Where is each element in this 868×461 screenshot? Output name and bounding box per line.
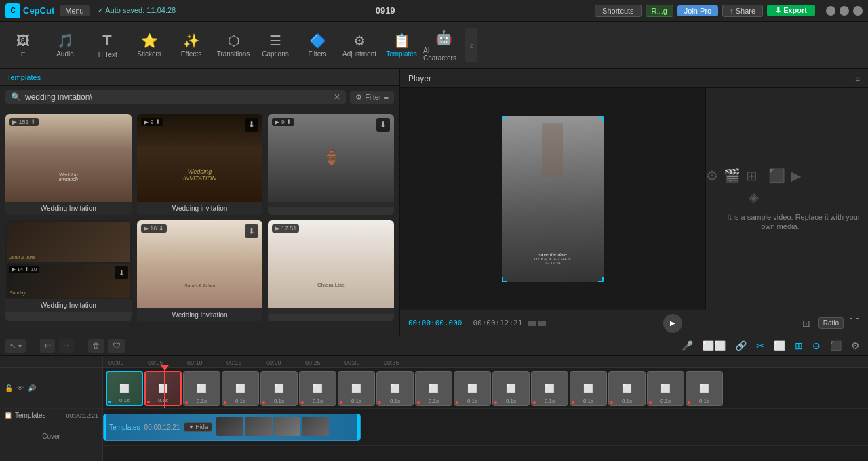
template-hide-button[interactable]: ▼ Hide	[184, 422, 212, 432]
template-download-4[interactable]: ⬇	[115, 266, 128, 279]
clip-16[interactable]: ⬜0.1s	[686, 371, 723, 406]
tool-templates[interactable]: 📋 Templates	[381, 25, 422, 66]
template-track-bar[interactable]: Templates 00:00:12:21 ▼ Hide	[103, 414, 361, 441]
clip-15[interactable]: ⬜0.1s	[647, 371, 684, 406]
tl-shield[interactable]: 🛡	[108, 339, 125, 353]
template-card-5[interactable]: ▶ 16 ⬇ ⬇ Sarah & Adam Wedding Invitation	[137, 220, 263, 321]
tl-mic[interactable]: 🎤	[679, 339, 696, 353]
screenshot-button[interactable]: ⊡	[800, 317, 813, 330]
clip-7[interactable]: ⬜0.1s	[338, 371, 375, 406]
filter-label: Filter	[365, 93, 381, 101]
template-handle-right[interactable]	[357, 414, 360, 440]
search-clear-icon[interactable]: ✕	[334, 92, 340, 102]
tl-minus[interactable]: ⊖	[810, 339, 823, 353]
tl-placeholder[interactable]: ⬛	[827, 339, 844, 353]
share-button[interactable]: ↑ Share	[722, 5, 763, 17]
tool-effects[interactable]: ✨ Effects	[171, 25, 212, 66]
timeline-toolbar: ↖ ▾ ↩ ↪ 🗑 🛡 🎤 ⬜⬜ 🔗 ✂ ⬜ ⊞ ⊖ ⬛ ⚙	[0, 336, 868, 356]
tl-sep-2	[81, 339, 81, 353]
clip-13[interactable]: ⬜0.1s	[570, 371, 607, 406]
clip-9[interactable]: ⬜0.1s	[415, 371, 452, 406]
profile-button[interactable]: R...g	[646, 5, 673, 17]
tool-adjustment[interactable]: ⚙ Adjustment	[339, 25, 380, 66]
ai-characters-icon: 🤖	[435, 29, 452, 45]
tool-import[interactable]: 🖼 rt	[3, 25, 43, 66]
search-input[interactable]	[25, 92, 330, 102]
filter-button[interactable]: ⚙ Filter ≡	[350, 91, 394, 104]
template-track-icon: 📋	[4, 412, 12, 419]
close-button[interactable]	[853, 6, 863, 16]
tl-trim[interactable]: ✂	[753, 339, 767, 353]
track-visibility-btn[interactable]: 👁	[16, 384, 24, 393]
template-download-3[interactable]: ⬇	[376, 118, 390, 132]
tool-filters[interactable]: 🔷 Filters	[297, 25, 338, 66]
tl-copy[interactable]: ⊞	[792, 339, 806, 353]
template-track-label: 📋 Templates 00:00:12:21	[0, 409, 102, 422]
clip-icon-11: ⬜	[506, 384, 516, 393]
toolbar-collapse-button[interactable]: ‹	[465, 28, 477, 62]
clip-11[interactable]: ⬜0.1s	[492, 371, 530, 406]
clip-5[interactable]: ⬜0.1s	[260, 371, 298, 406]
track-lock-btn[interactable]: 🔓	[4, 384, 14, 393]
template-card-6[interactable]: ▶ 17 51 Chiara Lisa	[268, 220, 394, 321]
tool-captions[interactable]: ☰ Captions	[255, 25, 296, 66]
maximize-button[interactable]	[840, 6, 849, 16]
clip-10[interactable]: ⬜0.1s	[454, 371, 491, 406]
play-button[interactable]: ▶	[663, 314, 682, 333]
tool-transitions[interactable]: ⬡ Transitions	[213, 25, 254, 66]
tl-link[interactable]: 🔗	[732, 339, 749, 353]
template-card-3[interactable]: ▶ 9 ⬇ ⬇ 🏺	[268, 114, 394, 215]
export-label: Export	[783, 6, 807, 14]
clip-3[interactable]: ⬜0.1s	[183, 371, 220, 406]
clip-dot-6	[301, 401, 304, 404]
clip-dot-4	[224, 401, 226, 404]
minimize-button[interactable]	[826, 6, 835, 16]
clip-8[interactable]: ⬜0.1s	[376, 371, 414, 406]
ratio-button[interactable]: Ratio	[818, 317, 844, 329]
track-audio-btn[interactable]: 🔊	[27, 384, 37, 393]
clip-duration-14: 0.1s	[622, 398, 632, 404]
clip-2[interactable]: ⬜ 0.1s	[144, 371, 182, 406]
resize-handle-bl[interactable]	[502, 277, 507, 282]
export-button[interactable]: ⬇ Export	[767, 5, 815, 16]
tl-crop[interactable]: ⬜	[771, 339, 788, 353]
clip-1[interactable]: ⬜ 0.1s	[106, 371, 143, 406]
tool-text-label: TI Text	[97, 51, 117, 58]
clip-6[interactable]: ⬜0.1s	[299, 371, 336, 406]
tool-filters-label: Filters	[308, 50, 326, 58]
tool-ai-characters[interactable]: 🤖 AI Characters	[423, 25, 464, 66]
resize-handle-br[interactable]	[598, 277, 604, 282]
tl-settings[interactable]: ⚙	[848, 339, 863, 353]
resize-handle-tr[interactable]	[598, 116, 604, 121]
filter-icon: ⚙	[355, 93, 362, 102]
clip-4[interactable]: ⬜0.1s	[222, 371, 259, 406]
template-track-time: 00:00:12:21	[66, 412, 98, 419]
tool-stickers[interactable]: ⭐ Stickers	[129, 25, 170, 66]
track-more-btn[interactable]: …	[39, 384, 47, 393]
player-menu-icon[interactable]: ≡	[855, 74, 860, 83]
template-handle-left[interactable]	[104, 414, 106, 440]
ruler-10: 00:10	[187, 359, 203, 366]
tool-text[interactable]: T TI Text	[87, 25, 127, 66]
menu-button[interactable]: Menu	[60, 5, 90, 16]
timeline-dot-1[interactable]	[528, 321, 536, 326]
template-card-1[interactable]: ▶ 151 ⬇ WeddingInvitation Wedding Invita…	[5, 114, 132, 215]
tl-redo[interactable]: ↪	[59, 339, 74, 353]
template-card-4[interactable]: John & Julia ▶ 14 ⬇ 10 ⬇ Sunday Wedding …	[5, 220, 132, 321]
tool-audio[interactable]: 🎵 Audio	[45, 25, 85, 66]
breadcrumb-templates[interactable]: Templates	[7, 73, 41, 81]
timeline-dot-2[interactable]	[538, 321, 546, 326]
template-download-5[interactable]: ⬇	[245, 224, 258, 238]
template-card-2[interactable]: ▶ 9 ⬇ ⬇ WeddingINVITATION Wedding invita…	[137, 114, 263, 215]
clip-12[interactable]: ⬜0.1s	[531, 371, 568, 406]
clip-14[interactable]: ⬜0.1s	[608, 371, 646, 406]
tl-undo[interactable]: ↩	[40, 339, 55, 353]
tl-select-tool[interactable]: ↖ ▾	[5, 339, 26, 353]
template-download-2[interactable]: ⬇	[245, 118, 258, 132]
tl-delete[interactable]: 🗑	[88, 339, 104, 353]
join-pro-button[interactable]: Join Pro	[677, 5, 718, 16]
shortcuts-button[interactable]: Shortcuts	[595, 5, 641, 17]
fullscreen-button[interactable]: ⛶	[849, 317, 860, 329]
tl-split[interactable]: ⬜⬜	[700, 339, 728, 353]
resize-handle-tl[interactable]	[502, 116, 507, 121]
